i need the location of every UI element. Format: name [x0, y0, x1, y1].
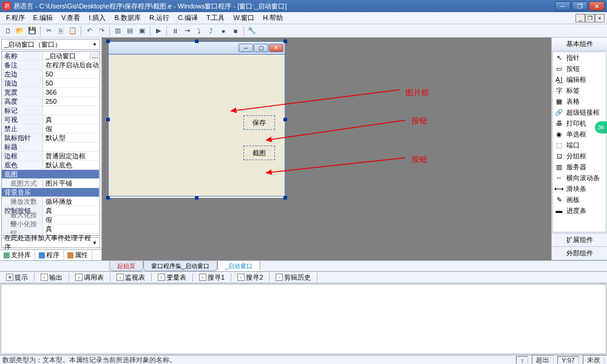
debug-item[interactable]: ▫搜寻1 — [197, 272, 227, 283]
property-row[interactable]: 背景音乐 — [2, 188, 100, 197]
object-selector[interactable]: _启动窗口（窗口）▼ — [1, 39, 100, 50]
mdi-minimize-icon[interactable]: _ — [575, 14, 585, 22]
property-row[interactable]: 宽度366 — [2, 88, 100, 97]
window-title: 易语言 - C:\Users\Gis\Desktop\e程序\保存程序\截图.e… — [13, 2, 287, 11]
layout1-icon[interactable]: ▥ — [112, 25, 123, 36]
paste-icon[interactable]: 📋 — [67, 25, 78, 36]
property-row[interactable]: 可视真 — [2, 115, 100, 124]
pause-icon[interactable]: ⏸ — [169, 25, 180, 36]
event-selector[interactable]: 在此处选择加入事件处理子程序▼ — [1, 237, 100, 248]
debug-item[interactable]: ▫变量表 — [155, 272, 189, 283]
open-icon[interactable]: 📂 — [15, 25, 25, 36]
palette-item[interactable]: ▭按钮 — [553, 63, 606, 74]
menu-item[interactable]: I.插入 — [85, 12, 109, 24]
form-designer[interactable]: ─ ▢ ✕ 保存截图 — [108, 41, 285, 198]
document-tab[interactable]: 窗口程序集_启动窗口 — [143, 261, 217, 271]
redo-icon[interactable]: ↷ — [96, 25, 107, 36]
component-icon: A͟I — [554, 75, 564, 84]
hint-button[interactable]: ✕提示 — [4, 272, 30, 283]
menu-item[interactable]: F.程序 — [2, 12, 29, 24]
menu-item[interactable]: V.查看 — [58, 12, 84, 24]
ellipsis-button[interactable]: … — [90, 52, 100, 59]
undo-icon[interactable]: ↶ — [84, 25, 95, 36]
output-panel[interactable] — [1, 284, 606, 354]
toolbar: 🗋 📂 💾 ✂ ⎘ 📋 ↶ ↷ ▥ ▤ ▣ ▶ ⏸ ⇥ ⤵ ⤴ ● ■ 🔧 — [0, 24, 607, 38]
menu-item[interactable]: E.编辑 — [30, 12, 56, 24]
cut-icon[interactable]: ✂ — [43, 25, 54, 36]
maximize-button[interactable]: ❐ — [572, 1, 588, 11]
form-minimize-icon[interactable]: ─ — [239, 44, 253, 52]
property-row[interactable]: 顶边50 — [2, 79, 100, 88]
run-icon[interactable]: ▶ — [153, 25, 164, 36]
palette-item[interactable]: ↔横向滚动条 — [553, 172, 606, 183]
menu-item[interactable]: T.工具 — [203, 12, 229, 24]
debug-item[interactable]: ▫剪辑历史 — [273, 272, 313, 283]
new-icon[interactable]: 🗋 — [2, 25, 13, 36]
palette-item[interactable]: ▦表格 — [553, 96, 606, 107]
property-grid[interactable]: 名称_启动窗口…备注在程序启动后自动左边50顶边50宽度366高度250标记可视… — [1, 51, 100, 236]
debug-item[interactable]: ▫输出 — [38, 272, 65, 283]
menu-item[interactable]: W.窗口 — [229, 12, 258, 24]
step1-icon[interactable]: ⇥ — [181, 25, 192, 36]
step3-icon[interactable]: ⤴ — [206, 25, 217, 36]
layout3-icon[interactable]: ▣ — [137, 25, 148, 36]
status-text: 数据类型为：文本型。本属性记录当前所选择对象的名称。 — [2, 356, 176, 364]
document-tab[interactable]: 起始页 — [109, 261, 143, 271]
menu-item[interactable]: C.编译 — [174, 12, 202, 24]
panel-tab[interactable]: 属性 — [64, 250, 92, 260]
panel-tab[interactable]: 支持库 — [0, 250, 35, 260]
debug-item[interactable]: ▫调用表 — [73, 272, 106, 283]
property-row[interactable]: 禁止假 — [2, 124, 100, 133]
menu-item[interactable]: B.数据库 — [110, 12, 144, 24]
layout2-icon[interactable]: ▤ — [124, 25, 135, 36]
property-row[interactable]: 最小化按钮真 — [2, 224, 100, 234]
palette-item[interactable]: 字标签 — [553, 85, 606, 96]
property-row[interactable]: 名称_启动窗口… — [2, 52, 100, 61]
property-row[interactable]: 边框普通固定边框 — [2, 152, 100, 161]
property-row[interactable]: 标题 — [2, 143, 100, 152]
palette-item[interactable]: A͟I编辑框 — [553, 74, 606, 85]
form-body[interactable]: 保存截图 — [108, 55, 285, 197]
property-row[interactable]: 底色默认底色 — [2, 161, 100, 170]
property-row[interactable]: 高度250 — [2, 97, 100, 106]
property-row[interactable]: 左边50 — [2, 70, 100, 79]
palette-category[interactable]: 扩展组件 — [552, 234, 607, 247]
minimize-button[interactable]: ─ — [555, 1, 571, 11]
palette-item[interactable]: ✎画板 — [553, 194, 606, 205]
property-row[interactable]: 备注在程序启动后自动 — [2, 61, 100, 70]
step2-icon[interactable]: ⤵ — [194, 25, 205, 36]
tool-icon[interactable]: 🔧 — [246, 25, 257, 36]
designer-button[interactable]: 保存 — [243, 115, 275, 130]
debug-item[interactable]: ▫监视表 — [114, 272, 148, 283]
close-button[interactable]: ✕ — [589, 1, 605, 11]
mdi-restore-icon[interactable]: ❐ — [585, 14, 595, 22]
menu-item[interactable]: R.运行 — [146, 12, 173, 24]
palette-item[interactable]: 🔗超级链接框 — [553, 107, 606, 118]
breakpoint-icon[interactable]: ● — [218, 25, 229, 36]
palette-item[interactable]: ⬚端口 — [553, 140, 606, 150]
palette-category[interactable]: 外部组件 — [552, 247, 607, 260]
property-row[interactable]: 播放次数循环播放 — [2, 197, 100, 206]
copy-icon[interactable]: ⎘ — [55, 25, 66, 36]
palette-item[interactable]: ▬进度条 — [553, 205, 606, 216]
document-tab[interactable]: _启动窗口 — [217, 261, 261, 271]
property-row[interactable]: 标记 — [2, 106, 100, 115]
form-close-icon[interactable]: ✕ — [269, 44, 283, 52]
side-badge[interactable]: 36 — [595, 121, 607, 133]
panel-tab[interactable]: 程序 — [35, 250, 64, 260]
property-row[interactable]: 鼠标指针默认型 — [2, 133, 100, 143]
stop-icon[interactable]: ■ — [230, 25, 241, 36]
menu-item[interactable]: H.帮助 — [259, 12, 287, 24]
mdi-close-icon[interactable]: × — [595, 14, 605, 22]
debug-item[interactable]: ▫搜寻2 — [235, 272, 265, 283]
designer-button[interactable]: 截图 — [243, 146, 275, 160]
palette-item[interactable]: ↖指针 — [553, 52, 606, 63]
save-icon[interactable]: 💾 — [27, 25, 38, 36]
design-canvas[interactable]: ─ ▢ ✕ 保存截图 图片框按钮按钮 — [102, 38, 551, 260]
palette-item[interactable]: ⊡分组框 — [553, 150, 606, 161]
palette-item[interactable]: ⟷滑块条 — [553, 183, 606, 194]
form-maximize-icon[interactable]: ▢ — [254, 44, 268, 52]
property-row[interactable]: 底图方式图片平铺 — [2, 179, 100, 188]
palette-item[interactable]: ▥服务器 — [553, 161, 606, 172]
property-row[interactable]: 底图 — [2, 170, 100, 179]
